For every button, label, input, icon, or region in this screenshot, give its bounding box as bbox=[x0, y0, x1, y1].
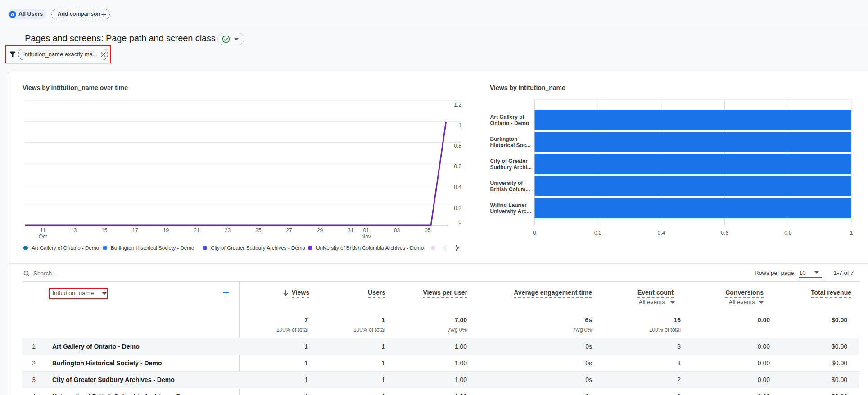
svg-text:0.2: 0.2 bbox=[594, 230, 602, 236]
svg-text:University of: University of bbox=[490, 180, 524, 186]
svg-text:21: 21 bbox=[194, 227, 200, 233]
svg-text:0: 0 bbox=[533, 230, 536, 236]
svg-text:03: 03 bbox=[394, 227, 400, 233]
svg-text:Nov: Nov bbox=[362, 233, 371, 240]
svg-text:31: 31 bbox=[348, 227, 354, 233]
svg-text:11: 11 bbox=[40, 227, 46, 233]
svg-text:1.2: 1.2 bbox=[454, 102, 461, 108]
svg-text:1: 1 bbox=[850, 230, 853, 236]
svg-text:Oct: Oct bbox=[39, 233, 47, 240]
svg-text:27: 27 bbox=[286, 227, 293, 233]
svg-text:Historical Soc...: Historical Soc... bbox=[490, 142, 531, 148]
svg-text:0.8: 0.8 bbox=[784, 230, 792, 236]
svg-text:25: 25 bbox=[255, 227, 262, 233]
svg-text:0.6: 0.6 bbox=[721, 230, 728, 236]
svg-text:Wilfrid Laurier: Wilfrid Laurier bbox=[490, 202, 527, 208]
svg-text:15: 15 bbox=[101, 227, 108, 233]
svg-text:0.6: 0.6 bbox=[454, 163, 461, 170]
svg-text:23: 23 bbox=[225, 227, 231, 233]
svg-text:19: 19 bbox=[163, 227, 169, 233]
svg-text:0: 0 bbox=[458, 219, 461, 225]
svg-text:0.4: 0.4 bbox=[454, 184, 461, 190]
svg-text:Ontario - Demo: Ontario - Demo bbox=[490, 120, 529, 126]
svg-text:Burlington: Burlington bbox=[490, 136, 518, 142]
svg-text:13: 13 bbox=[71, 227, 77, 233]
svg-text:British Colum...: British Colum... bbox=[490, 186, 530, 193]
svg-text:17: 17 bbox=[132, 227, 139, 233]
svg-text:Sudbury Archi...: Sudbury Archi... bbox=[490, 164, 532, 171]
svg-text:City of Greater: City of Greater bbox=[490, 158, 528, 164]
svg-text:01: 01 bbox=[363, 227, 370, 233]
svg-text:University Arc...: University Arc... bbox=[490, 208, 531, 215]
svg-text:05: 05 bbox=[425, 227, 431, 233]
svg-text:0.8: 0.8 bbox=[454, 143, 461, 149]
svg-text:0.4: 0.4 bbox=[658, 230, 665, 236]
svg-text:Art Gallery of: Art Gallery of bbox=[490, 114, 525, 120]
svg-text:0.2: 0.2 bbox=[454, 205, 461, 211]
svg-text:1: 1 bbox=[458, 122, 461, 129]
svg-text:29: 29 bbox=[317, 227, 323, 233]
